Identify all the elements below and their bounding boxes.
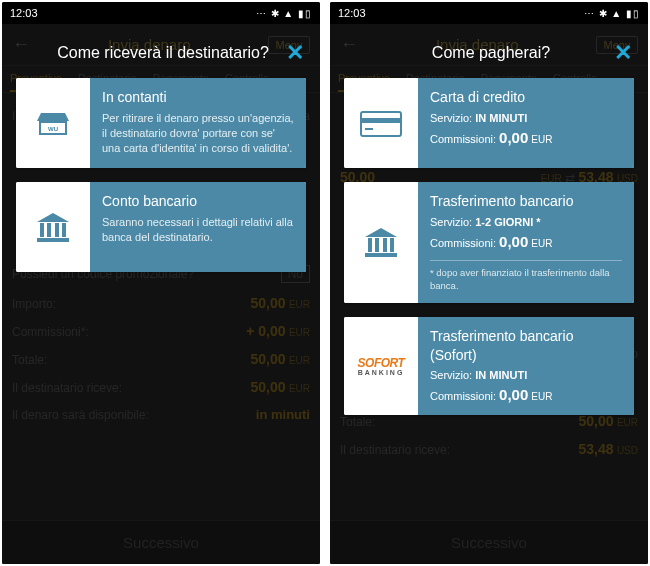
option-desc: Per ritirare il denaro presso un'agenzia… [102,111,294,156]
svg-rect-7 [37,238,69,242]
svg-rect-13 [383,238,387,252]
option-title: Conto bancario [102,192,294,211]
status-icons: ⋯ ✱ ▲ ▮▯ [256,8,312,19]
close-icon[interactable]: ✕ [614,42,632,64]
option-note: * dopo aver finanziato il trasferimento … [430,260,622,293]
svg-rect-14 [390,238,394,252]
option-title: In contanti [102,88,294,107]
statusbar: 12:03 ⋯ ✱ ▲ ▮▯ [330,2,648,24]
option-title: Trasferimento bancario [430,192,622,211]
svg-rect-15 [365,253,397,257]
modal-pay: Come pagherai? ✕ Carta di credito Serviz… [330,24,648,564]
svg-rect-3 [40,223,44,237]
bank-icon [16,182,90,272]
modal-title: Come pagherai? [368,44,614,62]
svg-rect-11 [368,238,372,252]
option-bank-transfer[interactable]: Trasferimento bancario Servizio: 1-2 GIO… [344,182,634,303]
option-title: Carta di credito [430,88,622,107]
option-title: Trasferimento bancario (Sofort) [430,327,622,365]
svg-text:WU: WU [48,126,58,132]
option-cash[interactable]: WU In contanti Per ritirare il denaro pr… [16,78,306,168]
svg-rect-4 [47,223,51,237]
status-time: 12:03 [10,7,38,19]
svg-rect-5 [55,223,59,237]
svg-rect-10 [365,128,373,130]
phone-left: 12:03 ⋯ ✱ ▲ ▮▯ ← Invia denaro Menu Preve… [2,2,320,564]
option-sofort[interactable]: SOFORTBANKING Trasferimento bancario (So… [344,317,634,416]
svg-rect-9 [361,118,401,123]
option-bank-account[interactable]: Conto bancario Saranno necessari i detta… [16,182,306,272]
svg-rect-8 [361,112,401,136]
storefront-icon: WU [16,78,90,168]
svg-rect-6 [62,223,66,237]
option-credit-card[interactable]: Carta di credito Servizio: IN MINUTI Com… [344,78,634,168]
option-desc: Saranno necessari i dettagli relativi al… [102,215,294,245]
close-icon[interactable]: ✕ [286,42,304,64]
phone-right: 12:03 ⋯ ✱ ▲ ▮▯ ← Invia denaro Menu Preve… [330,2,648,564]
modal-receive: Come riceverà il destinatario? ✕ WU In c… [2,24,320,564]
credit-card-icon [344,78,418,168]
status-icons: ⋯ ✱ ▲ ▮▯ [584,8,640,19]
status-time: 12:03 [338,7,366,19]
statusbar: 12:03 ⋯ ✱ ▲ ▮▯ [2,2,320,24]
sofort-icon: SOFORTBANKING [344,317,418,416]
modal-title: Come riceverà il destinatario? [40,44,286,62]
bank-icon [344,182,418,303]
svg-rect-12 [375,238,379,252]
